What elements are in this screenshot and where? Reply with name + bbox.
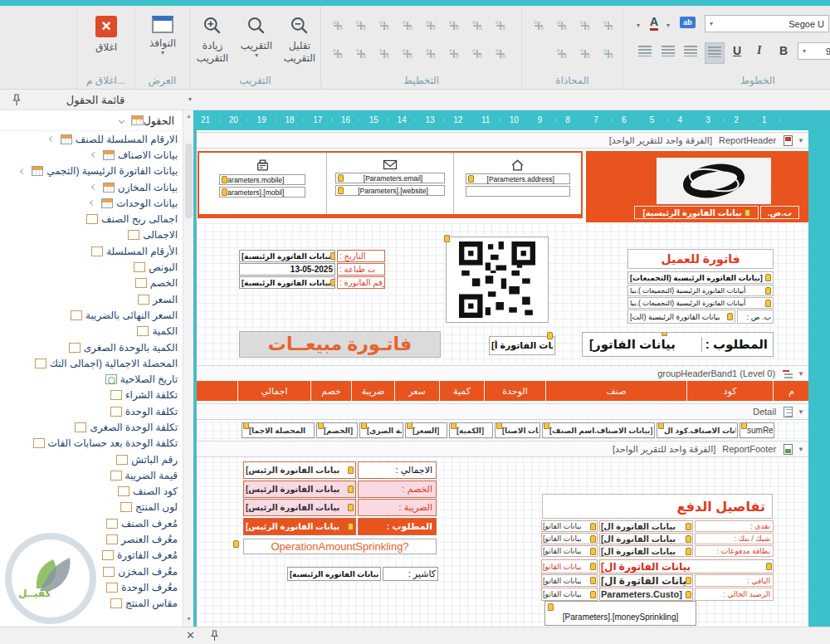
field-tree-item[interactable]: كود الصنف [0,484,183,500]
align-icon-7[interactable] [602,47,615,60]
align-justify-icon[interactable] [638,46,652,56]
sprinkling-expression-box[interactable]: OperationAmountSprinkling? [243,539,437,554]
table-column-header[interactable]: سعر [394,381,439,401]
chevron-down-icon[interactable]: ▼ [798,446,804,453]
band-report-header[interactable]: ▼ ReportHeader [الفرقة واحد للتقرير الوا… [197,132,808,149]
field-tree-item[interactable]: تكلفة الوحدة بعد حسابات الفات [0,436,183,451]
totals-value-field[interactable]: [بيانات الفاتورة الرئيس [243,481,356,498]
print-date-value-field[interactable]: 13-05-2025 [239,263,335,276]
detail-field[interactable]: يانات الاصناف.كود ال [657,422,738,438]
table-column-header[interactable]: صنف [545,381,686,401]
align-icon-4[interactable] [602,19,615,32]
payment-details-title-box[interactable]: تفاصيل الدفع [542,494,773,519]
field-tree-item[interactable]: البونص [0,259,183,275]
payment-value2-field[interactable]: [بيانات الفاتو [541,520,598,532]
underline-button[interactable]: U [733,44,741,57]
payment-value-field[interactable]: [بيانات الفاتورة ال [599,545,693,557]
company-logo-box[interactable] [657,158,771,204]
band-group-header[interactable]: ▼ groupHeaderBand1 (Level 0) [197,365,808,382]
totals-row[interactable]: الاجمالي : [بيانات الفاتورة الرئيس [243,461,437,479]
report-page[interactable]: ▼ ReportHeader [الفرقة واحد للتقرير الوا… [196,130,808,627]
band-detail[interactable]: ▼ Detail [197,403,808,420]
field-tree-item[interactable]: الأرقام المسلسلة [0,243,183,259]
layout-icon-7[interactable] [471,19,484,32]
zoom-combo-button[interactable]: التقريب ▾ [236,16,277,59]
layout-icon-2[interactable] [354,19,368,32]
layout-icon-3[interactable] [378,19,391,32]
font-name-combo[interactable]: ▾ Segoe U [705,15,829,32]
layout-icon-1[interactable] [331,19,344,32]
print-date-label[interactable]: ت طباعة : [337,263,385,276]
detail-field[interactable]: [قيمة الضري [359,422,403,438]
font-color-icon[interactable]: A [650,16,658,31]
detail-field[interactable]: sumRe [740,422,774,438]
customer-tax-label[interactable]: ب. ض : [737,310,774,324]
zoom-out-button[interactable]: تقليل التقريب [279,16,320,65]
totals-value-field[interactable]: [بيانات الفاتورة الرئيس [243,518,356,535]
field-tree-item[interactable]: بيانات الوحدات [0,195,183,211]
layout-icon-16[interactable] [494,47,507,60]
field-tree-item[interactable]: تاريخ الصلاحية [0,371,183,387]
field-tree-item[interactable]: الاجمالى [0,227,183,243]
band-report-footer[interactable]: ▼ ReportFooter [الفرقة واحد للتقرير الوا… [197,441,808,457]
required-total-box[interactable]: المطلوب : [بيانات الفاتور [582,332,774,357]
align-icon-6[interactable] [579,47,592,60]
payment-value2-field[interactable]: [بيانات الفاتو [541,545,598,557]
table-column-header[interactable]: ضريبة [351,381,394,401]
detail-field[interactable]: [بيانات الاصناف.اسم الصنف] [542,422,655,438]
layout-icon-11[interactable] [378,47,391,60]
chevron-down-icon[interactable]: ▾ [637,22,640,29]
invoice-number-field[interactable]: [بيانات الفاتورة الرئيسية [239,276,335,289]
field-tree-item[interactable]: لون المنتج [0,500,183,515]
scrollbar-thumb[interactable] [185,144,193,218]
align-left-icon[interactable] [684,46,697,56]
field-tree-item[interactable]: تكلفة الشراء [0,388,183,403]
payment-value-field[interactable]: [بيانات الفاتورة ال [599,533,693,544]
totals-row[interactable]: الضريبة : [بيانات الفاتورة الرئيس [243,499,437,516]
layout-icon-9[interactable] [331,47,344,60]
required-extra-box[interactable]: [بيانات الفاتورة أ [489,336,555,355]
detail-field[interactable]: [المحصلة الاجما [242,422,315,438]
layout-icon-12[interactable] [401,47,414,60]
payment-row[interactable]: الباقي : [بيانات الفاتورة ال [بيانات الف… [541,574,774,587]
field-tree-item[interactable]: مُعرف الصنف [0,515,183,531]
table-column-header[interactable]: م [773,381,808,401]
field-tree-item[interactable]: بيانات الفاتورة الرئيسية (التجمي [0,163,183,179]
align-right-selected[interactable] [705,42,725,64]
horizontal-ruler[interactable]: 212019181716151413121110987654321 [193,110,830,129]
payment-row[interactable]: الرصيد الحالي : Parameters.Custo] [بيانا… [541,588,774,601]
table-column-header[interactable]: كود [686,381,773,401]
tax-abbrev-label[interactable]: ب.ض. [760,206,799,219]
layout-icon-15[interactable] [471,47,484,60]
sidebar-scrollbar[interactable]: ▲ ▼ [183,110,193,627]
field-tree-item[interactable]: قيمة الضريبة [0,467,183,483]
table-column-header[interactable]: الوحدة [484,381,545,401]
chevron-down-icon[interactable]: ▼ [798,408,804,416]
qr-code-box[interactable] [446,237,549,323]
payment-row[interactable]: [بيانات الفاتورة ال [بيانات الفاتو [541,559,774,573]
detail-field[interactable]: [الخصم] [316,422,358,438]
company-logo-block[interactable]: ب.ض. [بيانات الفاتورة الرئيسية [586,151,808,222]
field-tree-item[interactable]: الكمية [0,324,183,339]
payment-row[interactable]: نقدي : [بيانات الفاتورة ال [بيانات الفات… [541,520,774,532]
totals-value-field[interactable]: [بيانات الفاتورة الرئيس [243,499,356,516]
field-tree-item[interactable]: رقم الباتش [0,451,183,467]
empty-field[interactable] [466,186,570,197]
layout-icon-4[interactable] [401,19,414,32]
date-label[interactable]: التاريخ : [337,250,385,262]
layout-icon-8[interactable] [494,19,507,32]
email-field[interactable]: [Parameters.email] [335,173,445,183]
contact-info-box[interactable]: arameters.mobile] arameters].[mobil] [Pa… [198,151,583,218]
field-tree-item[interactable]: تكلفة الوحدة الصغرى [0,419,183,435]
font-size-combo[interactable]: ▾ 9 [798,42,830,60]
bold-button[interactable]: B [779,44,788,57]
payment-value2-field[interactable]: [بيانات الفاتو [541,588,598,601]
cashier-value-field[interactable]: [بيانات الفاتورة الرئيسية ( [287,567,381,581]
chevron-down-icon[interactable]: ▾ [188,96,192,103]
field-tree-item[interactable]: اجمالى ربح الصنف [0,211,183,227]
totals-row[interactable]: المطلوب : [بيانات الفاتورة الرئيس [243,518,437,535]
table-column-header[interactable]: كمية [439,381,484,401]
field-tree-item[interactable]: الكمية بالوحدة الصغرى [0,339,183,355]
customer-field-3[interactable]: أبيانات الفاتورة الرئيسية (التجميعات ).ب… [627,297,774,309]
items-table-header[interactable]: مكودصنفالوحدةكميةسعرضريبةخصماجمالي [197,381,808,401]
